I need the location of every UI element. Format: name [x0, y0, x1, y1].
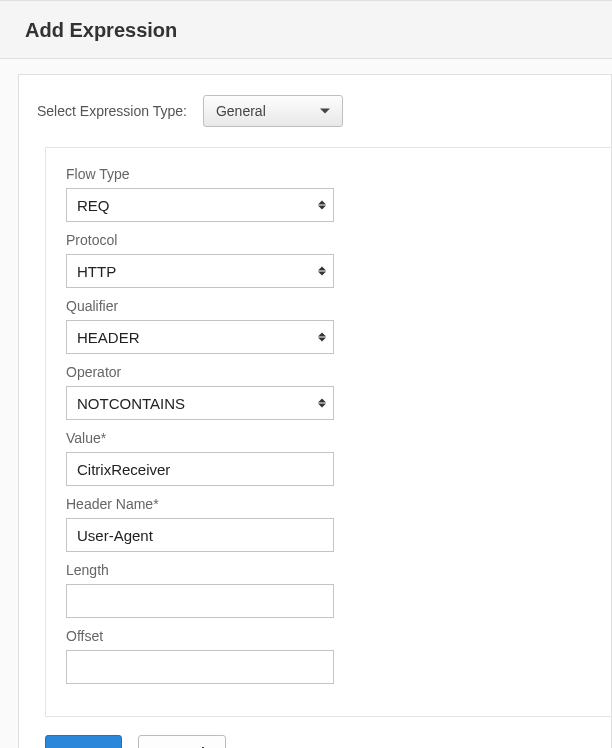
qualifier-label: Qualifier	[66, 298, 591, 314]
length-input[interactable]	[66, 584, 334, 618]
protocol-group: Protocol	[66, 232, 591, 288]
flow-type-label: Flow Type	[66, 166, 591, 182]
flow-type-value[interactable]	[66, 188, 334, 222]
operator-select[interactable]	[66, 386, 334, 420]
offset-input[interactable]	[66, 650, 334, 684]
value-input[interactable]	[66, 452, 334, 486]
button-row: Done Cancel	[45, 735, 611, 748]
expression-type-label: Select Expression Type:	[37, 103, 187, 119]
value-group: Value*	[66, 430, 591, 486]
offset-group: Offset	[66, 628, 591, 684]
qualifier-group: Qualifier	[66, 298, 591, 354]
expression-type-dropdown[interactable]: General	[203, 95, 343, 127]
expression-type-row: Select Expression Type: General	[37, 95, 611, 127]
header-name-group: Header Name*	[66, 496, 591, 552]
offset-label: Offset	[66, 628, 591, 644]
cancel-button[interactable]: Cancel	[138, 735, 226, 748]
qualifier-value[interactable]	[66, 320, 334, 354]
operator-group: Operator	[66, 364, 591, 420]
expression-type-value: General	[216, 103, 266, 119]
protocol-value[interactable]	[66, 254, 334, 288]
done-button[interactable]: Done	[45, 735, 122, 748]
chevron-down-icon	[320, 109, 330, 114]
qualifier-select[interactable]	[66, 320, 334, 354]
flow-type-select[interactable]	[66, 188, 334, 222]
protocol-label: Protocol	[66, 232, 591, 248]
value-label: Value*	[66, 430, 591, 446]
operator-label: Operator	[66, 364, 591, 380]
protocol-select[interactable]	[66, 254, 334, 288]
dialog-header: Add Expression	[0, 0, 612, 59]
length-label: Length	[66, 562, 591, 578]
operator-value[interactable]	[66, 386, 334, 420]
dialog-title: Add Expression	[25, 19, 587, 42]
flow-type-group: Flow Type	[66, 166, 591, 222]
form-panel: Flow Type Protocol Qualifier Operator	[45, 147, 611, 717]
header-name-label: Header Name*	[66, 496, 591, 512]
length-group: Length	[66, 562, 591, 618]
main-panel: Select Expression Type: General Flow Typ…	[18, 74, 612, 748]
header-name-input[interactable]	[66, 518, 334, 552]
